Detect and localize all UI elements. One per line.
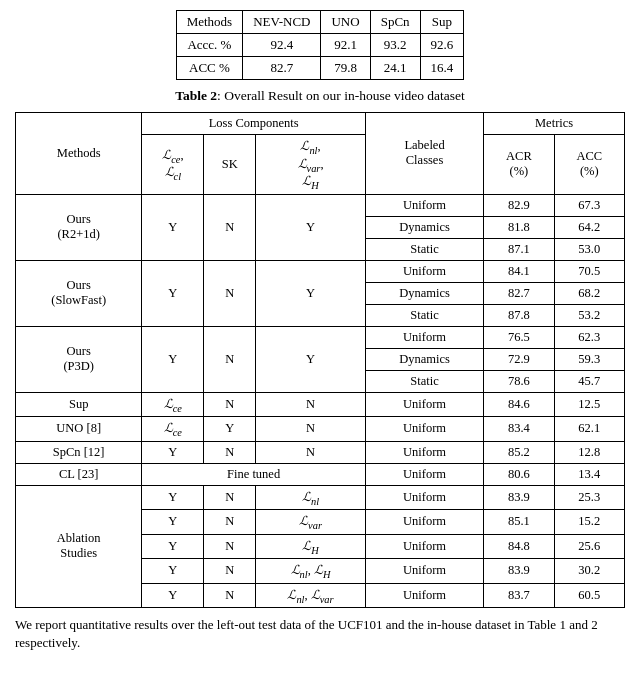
row-slowfast-lce: Y xyxy=(142,260,204,326)
row-abl1-acr: 83.9 xyxy=(484,485,554,510)
caption-text: : Overall Result on our in-house video d… xyxy=(217,88,465,103)
row-slowfast-lnl: Y xyxy=(256,260,366,326)
row-r2-acr-1: 82.9 xyxy=(484,194,554,216)
row-cl-labeled: Uniform xyxy=(365,463,483,485)
top-table-accc-nev: 92.4 xyxy=(243,34,321,57)
row-abl1-lnl: ℒnl xyxy=(256,485,366,510)
row-uno-method: UNO [8] xyxy=(16,417,142,442)
row-p3d-labeled-1: Uniform xyxy=(365,326,483,348)
row-p3d-acc-2: 59.3 xyxy=(554,348,624,370)
row-abl1-lce: Y xyxy=(142,485,204,510)
row-sup-lce: ℒce xyxy=(142,392,204,417)
row-r2-acr-3: 87.1 xyxy=(484,238,554,260)
row-r2-acc-2: 64.2 xyxy=(554,216,624,238)
top-table-accc-uno: 92.1 xyxy=(321,34,370,57)
row-abl1-labeled: Uniform xyxy=(365,485,483,510)
main-header-methods: Methods xyxy=(16,113,142,195)
row-r2-lce: Y xyxy=(142,194,204,260)
row-spcn-sk: N xyxy=(204,441,256,463)
row-r2-lnl: Y xyxy=(256,194,366,260)
row-uno-lnl: N xyxy=(256,417,366,442)
row-spcn-method: SpCn [12] xyxy=(16,441,142,463)
row-uno-sk: Y xyxy=(204,417,256,442)
row-r2-acc-3: 53.0 xyxy=(554,238,624,260)
row-uno-lce: ℒce xyxy=(142,417,204,442)
row-slowfast-labeled-3: Static xyxy=(365,304,483,326)
row-ablation-method: AblationStudies xyxy=(16,485,142,608)
row-r2-acr-2: 81.8 xyxy=(484,216,554,238)
row-slowfast-sk: N xyxy=(204,260,256,326)
row-p3d: Ours(P3D) xyxy=(16,326,142,392)
row-r2: Ours(R2+1d) xyxy=(16,194,142,260)
row-abl3-acc: 25.6 xyxy=(554,534,624,559)
top-table-header-nev: NEV-NCD xyxy=(243,11,321,34)
top-table-header-sup: Sup xyxy=(420,11,464,34)
row-cl-finetuned: Fine tuned xyxy=(142,463,366,485)
row-spcn-acc: 12.8 xyxy=(554,441,624,463)
row-abl2-acr: 85.1 xyxy=(484,510,554,535)
row-p3d-lnl: Y xyxy=(256,326,366,392)
row-slowfast-acr-3: 87.8 xyxy=(484,304,554,326)
row-slowfast-acc-3: 53.2 xyxy=(554,304,624,326)
row-spcn-labeled: Uniform xyxy=(365,441,483,463)
row-abl3-sk: N xyxy=(204,534,256,559)
row-slowfast-labeled-1: Uniform xyxy=(365,260,483,282)
row-r2-labeled-3: Static xyxy=(365,238,483,260)
top-table-header-uno: UNO xyxy=(321,11,370,34)
row-abl4-labeled: Uniform xyxy=(365,559,483,584)
row-spcn-lce: Y xyxy=(142,441,204,463)
row-abl3-acr: 84.8 xyxy=(484,534,554,559)
row-sup-acc: 12.5 xyxy=(554,392,624,417)
row-p3d-sk: N xyxy=(204,326,256,392)
row-abl4-acr: 83.9 xyxy=(484,559,554,584)
row-abl5-lce: Y xyxy=(142,583,204,608)
row-p3d-acc-1: 62.3 xyxy=(554,326,624,348)
row-cl-acc: 13.4 xyxy=(554,463,624,485)
row-slowfast-acc-2: 68.2 xyxy=(554,282,624,304)
row-slowfast-acc-1: 70.5 xyxy=(554,260,624,282)
row-slowfast-acr-2: 82.7 xyxy=(484,282,554,304)
row-slowfast-acr-1: 84.1 xyxy=(484,260,554,282)
top-table-header-methods: Methods xyxy=(176,11,243,34)
caption-label: Table 2 xyxy=(175,88,217,103)
top-table-header-spcn: SpCn xyxy=(370,11,420,34)
row-abl5-sk: N xyxy=(204,583,256,608)
row-sup-labeled: Uniform xyxy=(365,392,483,417)
row-spcn-acr: 85.2 xyxy=(484,441,554,463)
row-abl3-lce: Y xyxy=(142,534,204,559)
main-subheader-acr: ACR(%) xyxy=(484,135,554,195)
main-header-loss: Loss Components xyxy=(142,113,366,135)
row-sup-lnl: N xyxy=(256,392,366,417)
footer-text: We report quantitative results over the … xyxy=(15,616,625,652)
row-abl5-acc: 60.5 xyxy=(554,583,624,608)
row-p3d-acr-1: 76.5 xyxy=(484,326,554,348)
row-spcn-lnl: N xyxy=(256,441,366,463)
row-sup-sk: N xyxy=(204,392,256,417)
row-abl5-lnl: ℒnl, ℒvar xyxy=(256,583,366,608)
row-r2-acc-1: 67.3 xyxy=(554,194,624,216)
main-subheader-lnl: ℒnl,ℒvar,ℒH xyxy=(256,135,366,195)
row-abl2-acc: 15.2 xyxy=(554,510,624,535)
row-cl-acr: 80.6 xyxy=(484,463,554,485)
row-abl2-lnl: ℒvar xyxy=(256,510,366,535)
row-uno-acc: 62.1 xyxy=(554,417,624,442)
row-p3d-acr-2: 72.9 xyxy=(484,348,554,370)
row-r2-labeled-1: Uniform xyxy=(365,194,483,216)
main-table: Methods Loss Components LabeledClasses M… xyxy=(15,112,625,608)
main-header-metrics: Metrics xyxy=(484,113,625,135)
row-abl5-acr: 83.7 xyxy=(484,583,554,608)
top-table-accc-spcn: 93.2 xyxy=(370,34,420,57)
row-r2-labeled-2: Dynamics xyxy=(365,216,483,238)
row-p3d-labeled-3: Static xyxy=(365,370,483,392)
row-abl3-lnl: ℒH xyxy=(256,534,366,559)
top-table-acc-sup: 16.4 xyxy=(420,57,464,80)
row-sup-method: Sup xyxy=(16,392,142,417)
row-abl4-lnl: ℒnl, ℒH xyxy=(256,559,366,584)
row-slowfast: Ours(SlowFast) xyxy=(16,260,142,326)
row-p3d-acc-3: 45.7 xyxy=(554,370,624,392)
row-slowfast-labeled-2: Dynamics xyxy=(365,282,483,304)
row-p3d-acr-3: 78.6 xyxy=(484,370,554,392)
row-abl2-labeled: Uniform xyxy=(365,510,483,535)
top-table-acc-nev: 82.7 xyxy=(243,57,321,80)
row-abl1-sk: N xyxy=(204,485,256,510)
